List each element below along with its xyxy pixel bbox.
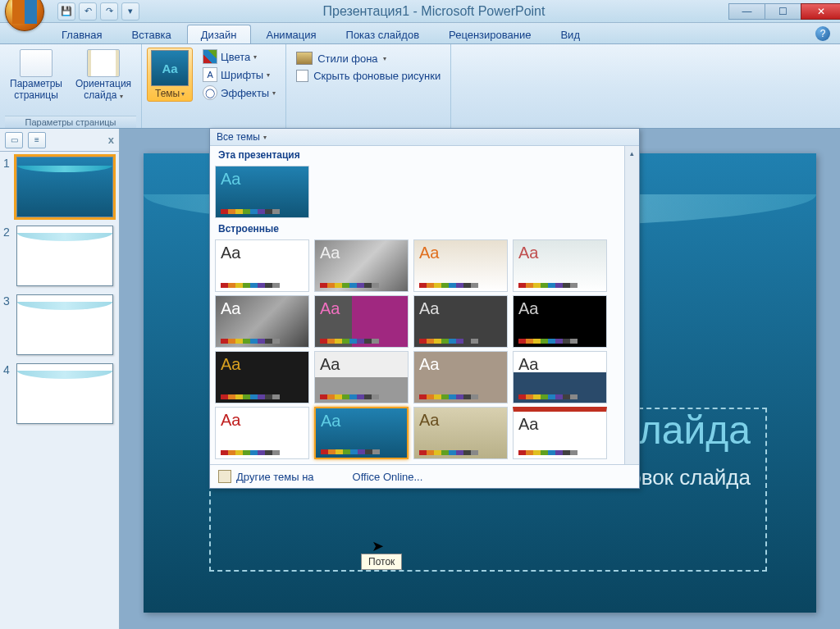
dropdown-icon: ▾ [272,89,276,97]
qat-save-button[interactable]: 💾 [57,2,75,21]
theme-item[interactable]: Aa [513,239,607,292]
window-controls: — ☐ ✕ [728,3,840,20]
theme-item[interactable]: Aa [314,239,409,292]
theme-tooltip: Поток [361,554,402,570]
titlebar: 💾 ↶ ↷ ▾ Презентация1 - Microsoft PowerPo… [0,0,840,23]
slide-panel: ▭ ≡ x 1 2 3 4 [0,129,120,629]
background-styles-label: Стили фона [317,52,377,65]
slide-thumbnail-1[interactable] [16,157,113,217]
hide-background-checkbox[interactable]: Скрыть фоновые рисунки [296,67,441,84]
dropdown-icon: ▾ [253,53,257,61]
fonts-icon: A [203,67,217,82]
theme-item[interactable]: Aa [314,351,409,403]
theme-item[interactable]: Aa [413,351,508,403]
theme-aa-icon: Aa [221,170,304,189]
page-setup-label: Параметры страницы [10,79,62,102]
colors-button[interactable]: Цвета ▾ [198,48,281,66]
ribbon-tabs: Главная Вставка Дизайн Анимация Показ сл… [0,23,840,44]
theme-item[interactable]: Aa [513,351,607,403]
fonts-label: Шрифты [221,69,263,81]
orientation-icon [87,49,120,77]
colors-icon [203,49,217,64]
all-themes-label: Все темы [217,131,260,143]
thumb-number: 4 [3,363,13,424]
quick-access-toolbar: 💾 ↶ ↷ ▾ [57,2,139,21]
themes-panel-header[interactable]: Все темы ▾ [210,129,639,146]
folder-icon [218,470,231,483]
theme-item[interactable]: Aa [215,407,309,459]
slide-thumbnail-4[interactable] [16,363,113,424]
save-icon: 💾 [61,6,72,16]
tab-insert[interactable]: Вставка [117,25,185,43]
thumb-number: 3 [3,294,13,355]
effects-label: Эффекты [221,87,269,99]
outline-tab[interactable]: ≡ [28,132,46,148]
theme-item[interactable]: Aa [413,295,508,348]
themes-label: Темы [155,88,180,99]
tab-slideshow[interactable]: Показ слайдов [332,25,434,43]
redo-icon: ↷ [106,6,113,16]
theme-item[interactable]: Aa [413,239,508,292]
page-setup-icon [20,49,52,77]
tab-home[interactable]: Главная [48,25,116,43]
theme-item-flow[interactable]: Aa [314,407,409,459]
orientation-button[interactable]: Ориентация слайда ▾ [71,48,136,103]
more-themes-label-1: Другие темы на [236,471,314,483]
hide-background-label: Скрыть фоновые рисунки [313,70,441,82]
section-this-presentation: Эта презентация [215,146,619,164]
theme-item[interactable]: Aa [314,295,409,348]
orientation-label: Ориентация слайда ▾ [75,79,131,102]
more-themes-label-2: Office Online... [353,471,423,483]
ribbon-group-background: Стили фона ▾ Скрыть фоновые рисунки [285,44,451,128]
dropdown-icon: ▾ [263,134,267,141]
scroll-up-icon[interactable]: ▴ [625,146,639,161]
panel-close-button[interactable]: x [108,134,114,146]
thumb-number: 2 [3,226,13,286]
minimize-button[interactable]: — [728,3,765,20]
background-styles-button[interactable]: Стили фона ▾ [296,49,441,67]
theme-item[interactable]: Aa [513,407,607,459]
thumb-number: 1 [3,157,13,217]
tab-review[interactable]: Рецензирование [435,25,545,43]
qat-customize-button[interactable]: ▾ [121,2,139,21]
background-styles-icon [296,52,313,65]
effects-button[interactable]: ◯ Эффекты ▾ [198,84,281,102]
more-themes-online-button[interactable]: Другие темы на Поток Office Online... [210,464,639,488]
theme-item[interactable]: Aa [215,295,309,348]
ribbon-group-label-page-setup: Параметры страницы [5,116,136,128]
tab-design[interactable]: Дизайн [187,25,251,43]
tab-animation[interactable]: Анимация [253,25,331,43]
tab-view[interactable]: Вид [546,25,594,43]
theme-item-current[interactable]: Aa [215,166,309,218]
ribbon: Параметры страницы Ориентация слайда ▾ П… [0,44,840,129]
theme-item[interactable]: Aa [215,351,309,403]
section-builtin: Встроенные [215,220,619,238]
slide-thumbnails: 1 2 3 4 [0,152,119,429]
theme-preview-icon: Aa [151,50,189,86]
slide-panel-tabs: ▭ ≡ x [0,129,119,152]
dropdown-icon: ▾ [181,90,185,98]
ribbon-group-page-setup: Параметры страницы Ориентация слайда ▾ П… [0,44,142,128]
theme-item[interactable]: Aa [513,295,607,348]
ribbon-group-themes: Aa Темы ▾ Цвета ▾ A Шрифты ▾ ◯ Эффекты ▾ [142,44,285,128]
panel-scrollbar[interactable]: ▴ [624,146,639,464]
effects-icon: ◯ [203,85,217,100]
qat-undo-button[interactable]: ↶ [79,2,97,21]
colors-label: Цвета [221,51,250,63]
close-button[interactable]: ✕ [801,3,840,20]
theme-item[interactable]: Aa [413,407,508,459]
page-setup-button[interactable]: Параметры страницы [5,48,67,103]
qat-redo-button[interactable]: ↷ [100,2,118,21]
slide-thumbnail-3[interactable] [16,294,113,355]
theme-item[interactable]: Aa [215,239,309,292]
fonts-button[interactable]: A Шрифты ▾ [198,66,281,84]
maximize-button[interactable]: ☐ [765,3,801,20]
dropdown-icon: ▾ [120,93,123,100]
dropdown-icon: ▾ [128,6,133,16]
themes-gallery-button[interactable]: Aa Темы ▾ [147,48,193,102]
help-icon[interactable]: ? [815,26,830,41]
slide-thumbnail-2[interactable] [16,226,113,286]
dropdown-icon: ▾ [267,71,270,79]
slides-tab[interactable]: ▭ [5,132,23,148]
office-icon [12,0,37,24]
